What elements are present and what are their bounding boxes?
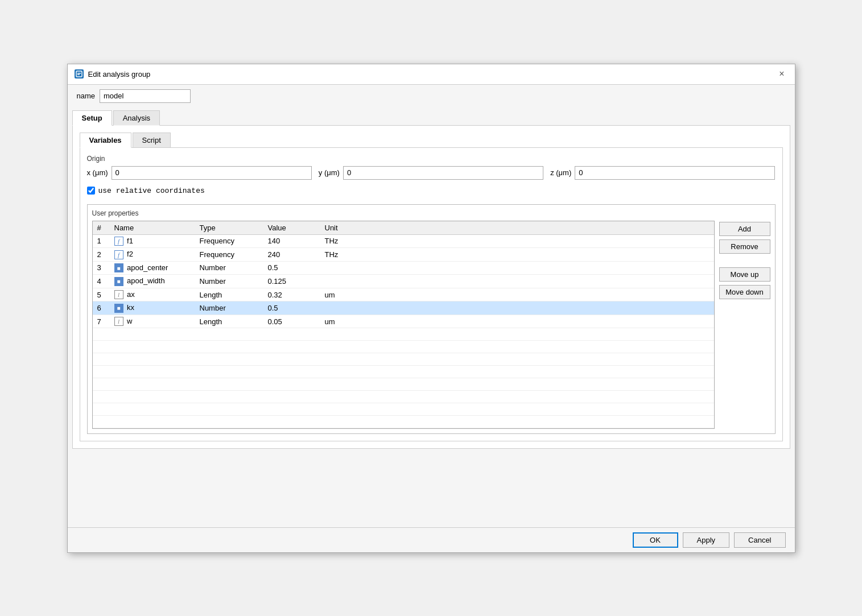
inner-tabs: Variables Script: [80, 133, 783, 148]
x-label: x (μm): [87, 168, 108, 177]
app-icon: [75, 69, 84, 78]
inner-content: Origin x (μm) y (μm) z (μm) use relat: [80, 147, 783, 442]
y-label: y (μm): [319, 168, 340, 177]
freq-icon: f: [114, 250, 123, 259]
table-row-empty: [93, 366, 714, 378]
title-bar-left: Edit analysis group: [75, 69, 151, 78]
edit-analysis-group-dialog: Edit analysis group × name Setup Analysi…: [67, 64, 795, 553]
y-input[interactable]: [343, 166, 543, 180]
remove-button[interactable]: Remove: [719, 239, 770, 254]
table-row[interactable]: 4 ■ apod_width Number 0.125: [93, 275, 714, 288]
dialog-title: Edit analysis group: [88, 70, 151, 78]
cell-extra: [366, 248, 714, 262]
apply-button[interactable]: Apply: [683, 532, 730, 548]
cell-extra: [366, 261, 714, 275]
col-header-hash: #: [93, 221, 110, 235]
table-row-empty: [93, 353, 714, 366]
cell-type: Length: [195, 315, 263, 328]
cell-num: 4: [93, 275, 110, 288]
tab-variables[interactable]: Variables: [80, 133, 131, 148]
col-header-extra: [366, 221, 714, 235]
table-row-empty: [93, 416, 714, 428]
cell-name: f f2: [110, 248, 195, 262]
cell-unit: [320, 301, 366, 315]
table-row-empty: [93, 341, 714, 353]
add-button[interactable]: Add: [719, 222, 770, 236]
col-header-type: Type: [195, 221, 263, 235]
move-up-button[interactable]: Move up: [719, 267, 770, 282]
table-row[interactable]: 5 l ax Length 0.32 um: [93, 288, 714, 301]
table-row[interactable]: 6 ■ kx Number 0.5: [93, 301, 714, 315]
cell-unit: THz: [320, 234, 366, 248]
origin-label: Origin: [87, 155, 776, 163]
ok-button[interactable]: OK: [633, 532, 678, 548]
checkbox-label: use relative coordinates: [98, 187, 205, 195]
title-bar: Edit analysis group ×: [68, 64, 795, 85]
cell-value: 0.32: [263, 288, 320, 301]
cell-num: 5: [93, 288, 110, 301]
cell-num: 2: [93, 248, 110, 262]
cell-value: 0.125: [263, 275, 320, 288]
cell-name: l ax: [110, 288, 195, 301]
name-label: name: [77, 92, 96, 100]
svg-rect-0: [76, 71, 82, 77]
table-row[interactable]: 2 f f2 Frequency 240 THz: [93, 248, 714, 262]
cell-type: Length: [195, 288, 263, 301]
cell-extra: [366, 288, 714, 301]
cell-name: ■ apod_center: [110, 261, 195, 275]
table-row-empty: [93, 328, 714, 341]
main-content: Variables Script Origin x (μm) y (μm) z …: [72, 125, 790, 449]
tab-script[interactable]: Script: [133, 133, 171, 148]
cell-name: l w: [110, 315, 195, 328]
cell-name: f f1: [110, 234, 195, 248]
origin-row: x (μm) y (μm) z (μm): [87, 166, 776, 180]
user-properties-section: User properties # Name Type Value Unit: [87, 204, 776, 435]
cell-extra: [366, 275, 714, 288]
x-input[interactable]: [112, 166, 312, 180]
cell-name: ■ kx: [110, 301, 195, 315]
props-table-container: # Name Type Value Unit 1 f f1 Frequ: [92, 221, 715, 429]
cell-type: Number: [195, 261, 263, 275]
table-row-empty: [93, 391, 714, 403]
cell-type: Number: [195, 301, 263, 315]
table-row[interactable]: 7 l w Length 0.05 um: [93, 315, 714, 328]
cell-unit: [320, 261, 366, 275]
props-layout: # Name Type Value Unit 1 f f1 Frequ: [92, 221, 770, 429]
num-icon: ■: [114, 304, 123, 313]
table-header-row: # Name Type Value Unit: [93, 221, 714, 235]
cell-num: 6: [93, 301, 110, 315]
cell-unit: um: [320, 315, 366, 328]
x-field-group: x (μm): [87, 166, 312, 180]
tab-setup[interactable]: Setup: [72, 110, 112, 126]
move-down-button[interactable]: Move down: [719, 285, 770, 299]
freq-icon: f: [114, 237, 123, 246]
table-row-empty: [93, 378, 714, 391]
checkbox-row: use relative coordinates: [87, 187, 776, 195]
cell-extra: [366, 234, 714, 248]
bottom-bar: OK Apply Cancel: [68, 527, 795, 552]
cell-value: 140: [263, 234, 320, 248]
cancel-button[interactable]: Cancel: [734, 532, 785, 548]
outer-tabs: Setup Analysis: [68, 108, 795, 125]
len-icon: l: [114, 317, 123, 326]
z-field-group: z (μm): [550, 166, 775, 180]
col-header-unit: Unit: [320, 221, 366, 235]
tab-analysis[interactable]: Analysis: [113, 110, 160, 126]
cell-value: 240: [263, 248, 320, 262]
cell-num: 1: [93, 234, 110, 248]
col-header-value: Value: [263, 221, 320, 235]
table-row[interactable]: 3 ■ apod_center Number 0.5: [93, 261, 714, 275]
close-button[interactable]: ×: [776, 68, 787, 80]
relative-coords-checkbox[interactable]: [87, 187, 95, 195]
cell-type: Frequency: [195, 234, 263, 248]
z-label: z (μm): [550, 168, 571, 177]
table-row[interactable]: 1 f f1 Frequency 140 THz: [93, 234, 714, 248]
user-properties-label: User properties: [92, 209, 770, 217]
table-row-empty: [93, 403, 714, 416]
cell-extra: [366, 301, 714, 315]
z-input[interactable]: [575, 166, 775, 180]
cell-unit: [320, 275, 366, 288]
name-input[interactable]: [100, 89, 191, 103]
cell-name: ■ apod_width: [110, 275, 195, 288]
col-header-name: Name: [110, 221, 195, 235]
